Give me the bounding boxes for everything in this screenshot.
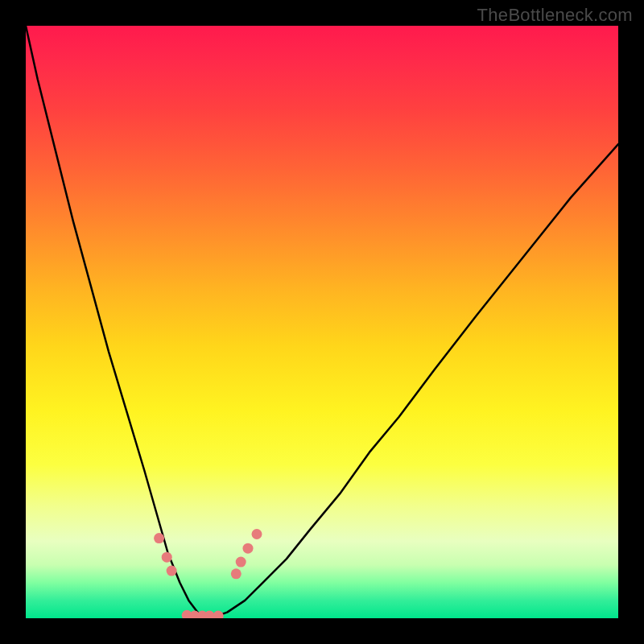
curve-marker [236,557,246,568]
curve-marker [167,566,177,576]
curve-marker [162,552,172,563]
bottleneck-curve [26,26,618,617]
curve-marker [204,611,215,618]
watermark-text: TheBottleneck.com [477,5,633,26]
plot-area [26,26,618,618]
outer-frame: TheBottleneck.com [0,0,644,644]
curve-marker [243,543,254,554]
curve-marker [231,568,242,579]
curve-marker [213,611,224,618]
curve-marker [252,529,262,539]
curve-svg [26,26,618,618]
curve-marker [154,533,164,543]
curve-markers [154,529,262,618]
